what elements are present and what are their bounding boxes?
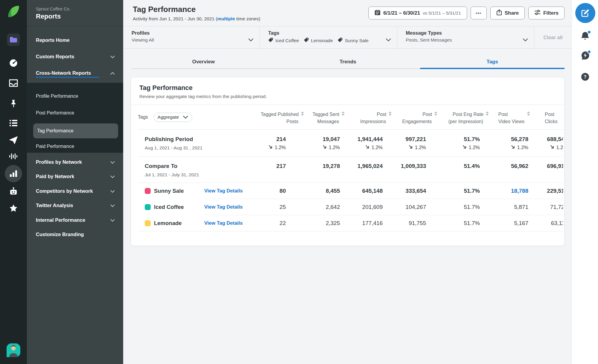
sidebar-item-paid-by-network[interactable]: Paid by Network: [36, 174, 115, 179]
utility-rail: ?: [572, 0, 598, 364]
sort-icon[interactable]: [527, 111, 530, 118]
sidebar-subitem-paid-performance[interactable]: Paid Performance: [36, 144, 74, 149]
sidebar-item-reports-home[interactable]: Reports Home: [36, 37, 115, 43]
message-bolt-button[interactable]: [572, 51, 598, 62]
sort-icon[interactable]: [388, 111, 392, 118]
waveform-icon[interactable]: [0, 152, 27, 160]
period-date-range: Aug 1, 2021 - Aug 31 , 2021: [145, 145, 248, 151]
view-tag-details-link[interactable]: View Tag Details: [204, 215, 248, 231]
message-types-filter[interactable]: Message Types Posts, Sent Messages: [397, 26, 534, 48]
column-header-tagged-sent-messages[interactable]: Tagged SentMessages: [304, 105, 345, 129]
sidebar-item-label: Custom Reports: [36, 54, 74, 59]
period-date-range: Jul 1, 2021 - July 31, 2021: [145, 172, 248, 178]
metric-value: 51.7%: [438, 183, 489, 199]
sidebar-subitem-post-performance[interactable]: Post Performance: [36, 110, 74, 116]
trend-down-icon: [322, 145, 327, 150]
sidebar-item-profiles-by-network[interactable]: Profiles by Network: [36, 159, 115, 165]
aggregate-dropdown[interactable]: Aggregate: [154, 113, 193, 122]
column-header-post-engagements[interactable]: PostEngagements: [392, 105, 438, 129]
column-header-tagged-published-posts[interactable]: Tagged PublishedPosts: [248, 105, 304, 129]
paper-plane-icon[interactable]: [0, 136, 27, 144]
chevron-down-icon: [110, 188, 115, 194]
column-header-post-video-views[interactable]: PostVideo Views: [489, 105, 530, 129]
sidebar-subitem-tag-performance[interactable]: Tag Performance: [33, 123, 118, 138]
view-tag-details-link[interactable]: View Tag Details: [204, 199, 248, 215]
metric-value: 201,609: [345, 199, 392, 215]
sidebar-item-customize-branding[interactable]: Customize Branding: [36, 232, 115, 237]
tag-name: Sunny Sale: [154, 188, 184, 194]
metric-value: 22: [248, 215, 304, 231]
metric-value: 25: [248, 199, 304, 215]
sidebar-item-label: Competitors by Network: [36, 188, 93, 194]
trend-down-icon: [365, 145, 370, 150]
inbox-icon[interactable]: [0, 79, 27, 87]
column-header-post-eng-rate-per-impression-[interactable]: Post Eng Rate(per Impression): [438, 105, 489, 129]
profiles-filter[interactable]: Profiles Viewing All: [123, 26, 260, 48]
chevron-down-icon: [110, 159, 115, 165]
metric-value: 56,2781.2%: [489, 130, 530, 156]
compose-button[interactable]: [572, 3, 598, 23]
metric-value: 1,009,333: [392, 157, 438, 183]
sort-icon[interactable]: [485, 111, 489, 118]
metric-value: 56,962: [489, 157, 530, 183]
period-name: Publishing Period: [145, 136, 248, 143]
tab-tags[interactable]: Tags: [420, 49, 565, 69]
activity-range-suffix: time zones): [235, 16, 260, 21]
clear-all-button[interactable]: Clear all: [534, 26, 572, 48]
column-header-line1: Post: [498, 111, 508, 118]
metric-value: 229,515: [530, 183, 563, 199]
sidebar-item-custom-reports[interactable]: Custom Reports: [36, 54, 115, 59]
message-types-filter-label: Message Types: [406, 30, 452, 36]
tags-filter[interactable]: Tags Iced CoffeeLemonadeSunny Sale: [260, 26, 397, 48]
star-icon[interactable]: [0, 204, 27, 212]
sprout-leaf-logo: [0, 5, 27, 18]
robot-icon[interactable]: [0, 187, 27, 196]
sidebar-item-internal-performance[interactable]: Internal Performance: [36, 217, 115, 223]
metric-value: 1,941,4441.2%: [345, 130, 392, 156]
column-header-post-impressions[interactable]: PostImpressions: [345, 105, 392, 129]
tag-chip-lemonade: Lemonade: [304, 37, 333, 44]
avatar[interactable]: [0, 343, 27, 357]
row-label-publishing-period: Publishing PeriodAug 1, 2021 - Aug 31 , …: [138, 130, 248, 156]
bell-button[interactable]: [572, 31, 598, 42]
notification-badge: [587, 30, 591, 34]
change-value: 1.2%: [274, 145, 286, 150]
list-icon[interactable]: [0, 119, 27, 127]
tab-overview[interactable]: Overview: [131, 49, 276, 69]
sidebar-item-twitter-analysis[interactable]: Twitter Analysis: [36, 203, 115, 208]
tab-trends[interactable]: Trends: [276, 49, 420, 69]
column-header-post-clicks[interactable]: PostClicks: [530, 105, 563, 129]
change-value: 1.2%: [371, 145, 383, 150]
tag-chip-label: Sunny Sale: [345, 38, 368, 43]
page-title: Tag Performance: [133, 5, 196, 14]
metric-value: 5,167: [489, 215, 530, 231]
column-header-line1: Tagged Published: [261, 111, 299, 118]
multiple-timezones-link[interactable]: multiple: [217, 16, 235, 21]
folder-icon[interactable]: [0, 33, 27, 46]
change-value: 1.2%: [517, 145, 528, 150]
help-button[interactable]: ?: [572, 73, 598, 82]
more-options-button[interactable]: •••: [471, 7, 487, 19]
date-range-button[interactable]: 6/1/21 – 6/30/21 vs 5/1/21 – 5/31/21: [368, 7, 467, 19]
pin-icon[interactable]: [0, 99, 27, 108]
trend-down-icon: [550, 145, 554, 150]
metric-value: 2,642: [304, 199, 345, 215]
share-button[interactable]: Share: [490, 7, 525, 19]
sidebar-item-cross-network-reports[interactable]: Cross-Network Reports: [36, 70, 115, 76]
sort-icon[interactable]: [300, 111, 304, 118]
filters-button[interactable]: Filters: [528, 7, 565, 19]
sort-icon[interactable]: [434, 111, 438, 118]
sort-icon[interactable]: [341, 111, 345, 118]
metric-value: 51.7%: [438, 215, 489, 231]
bell-icon: [580, 31, 590, 42]
sidebar-subitem-profile-performance[interactable]: Profile Performance: [36, 94, 78, 99]
view-tag-details-link[interactable]: View Tag Details: [204, 183, 248, 199]
chevron-down-icon: [248, 37, 254, 43]
gauge-icon[interactable]: [0, 59, 27, 68]
sidebar-item-competitors-by-network[interactable]: Competitors by Network: [36, 188, 115, 194]
column-header-line2: Engagements: [392, 118, 438, 125]
tag-row-iced-coffee: Iced Coffee: [138, 199, 204, 215]
date-compare-value: vs 5/1/21 – 5/31/21: [423, 10, 461, 16]
bar-chart-icon[interactable]: [0, 165, 27, 182]
metric-value-link[interactable]: 18,788: [489, 183, 530, 199]
